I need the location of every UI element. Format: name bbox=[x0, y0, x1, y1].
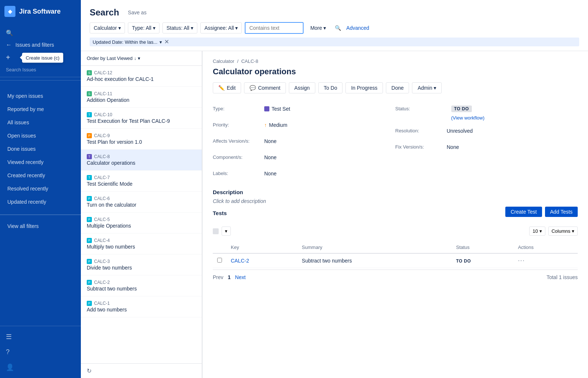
sidebar: ◆ Jira Software 🔍 ← Issues and filters +… bbox=[0, 0, 81, 378]
issues-filters-nav-item[interactable]: ← Issues and filters bbox=[0, 40, 81, 50]
tests-title: Tests bbox=[213, 210, 227, 216]
active-filter-tag: Updated Date: Within the las... ▾ ✕ bbox=[90, 38, 579, 46]
advanced-link[interactable]: Advanced bbox=[346, 25, 369, 31]
issue-key-row: T CALC-7 bbox=[87, 175, 196, 180]
issue-item-calc-6[interactable]: P CALC-6 Turn on the calculator bbox=[81, 192, 202, 213]
sidebar-item-my-open-issues[interactable]: My open issues bbox=[0, 89, 81, 103]
sidebar-item-reported-by-me[interactable]: Reported by me bbox=[0, 103, 81, 116]
components-value: None bbox=[264, 151, 276, 163]
issue-item-calc-2[interactable]: P CALC-2 Subtract two numbers bbox=[81, 275, 202, 296]
sidebar-item-viewed-recently[interactable]: Viewed recently bbox=[0, 156, 81, 169]
issue-item-calc-7[interactable]: T CALC-7 Test Scientific Mode bbox=[81, 171, 202, 192]
key-column-header: Key bbox=[226, 242, 297, 253]
sidebar-item-created-recently[interactable]: Created recently bbox=[0, 169, 81, 182]
help-icon[interactable]: ? bbox=[0, 345, 81, 360]
row-actions-menu-icon[interactable]: ··· bbox=[518, 257, 525, 264]
edit-button[interactable]: ✏️ Edit bbox=[213, 82, 241, 93]
sidebar-item-open-issues[interactable]: Open issues bbox=[0, 129, 81, 142]
in-progress-button[interactable]: In Progress bbox=[345, 82, 383, 93]
todo-button[interactable]: To Do bbox=[318, 82, 343, 93]
status-filter-button[interactable]: Status: All ▾ bbox=[162, 22, 197, 33]
breadcrumb-key[interactable]: CALC-8 bbox=[241, 58, 258, 64]
issue-type-icon-precondition: P bbox=[87, 259, 92, 264]
assignee-filter-chevron: ▾ bbox=[235, 25, 238, 31]
add-tests-button[interactable]: Add Tests bbox=[545, 207, 578, 217]
issue-link[interactable]: CALC-2 bbox=[231, 258, 249, 264]
row-checkbox[interactable] bbox=[213, 253, 226, 268]
remove-filter-button[interactable]: ✕ bbox=[164, 39, 169, 45]
issue-item-calc-3[interactable]: P CALC-3 Divide two numbers bbox=[81, 254, 202, 275]
view-all-filters-link[interactable]: View all filters bbox=[0, 220, 81, 233]
next-page-button[interactable]: Next bbox=[235, 274, 246, 280]
issue-summary: Addition Operation bbox=[87, 97, 196, 103]
description-placeholder[interactable]: Click to add description bbox=[213, 198, 578, 204]
affects-label: Affects Version/s: bbox=[213, 135, 264, 147]
row-status-value: TO DO bbox=[456, 258, 471, 264]
filter-search-icon[interactable]: 🔍 bbox=[333, 23, 343, 33]
project-filter-chevron: ▾ bbox=[118, 25, 121, 31]
columns-label: Columns bbox=[552, 228, 570, 234]
total-issues-label: Total 1 issues bbox=[546, 274, 578, 280]
more-filter-button[interactable]: More ▾ bbox=[306, 23, 330, 33]
issue-type-icon-story: S bbox=[87, 70, 92, 75]
create-issue-nav-item[interactable]: + Create issue (c) bbox=[0, 50, 81, 65]
prev-page-button[interactable]: Prev bbox=[213, 274, 223, 280]
summary-column-header: Summary bbox=[297, 242, 452, 253]
issue-type-icon-precondition: P bbox=[87, 217, 92, 222]
issue-item-calc-5[interactable]: P CALC-5 Multiple Operations bbox=[81, 213, 202, 233]
type-field: Type: Test Set bbox=[213, 101, 395, 117]
row-checkbox-input[interactable] bbox=[217, 258, 222, 263]
fields-left: Type: Test Set Priority: ↑ Medium bbox=[213, 101, 395, 182]
resolution-value: Unresolved bbox=[447, 125, 473, 137]
test-set-icon bbox=[264, 106, 269, 111]
refresh-icon[interactable]: ↻ bbox=[87, 368, 92, 374]
issue-item-calc-9[interactable]: P CALC-9 Test Plan for version 1.0 bbox=[81, 129, 202, 150]
select-all-checkbox[interactable] bbox=[213, 228, 219, 234]
columns-button[interactable]: Columns ▾ bbox=[548, 227, 578, 236]
admin-button[interactable]: Admin ▾ bbox=[412, 82, 442, 93]
hamburger-menu-icon[interactable]: ☰ bbox=[0, 329, 81, 345]
tests-table: Key Summary Status Actions bbox=[213, 242, 578, 268]
assignee-filter-button[interactable]: Assignee: All ▾ bbox=[200, 22, 242, 33]
labels-field: Labels: None bbox=[213, 165, 395, 182]
sidebar-item-all-issues[interactable]: All issues bbox=[0, 116, 81, 129]
view-workflow-link[interactable]: (View workflow) bbox=[451, 115, 578, 121]
issue-item-calc-1[interactable]: P CALC-1 Add two numbers bbox=[81, 296, 202, 317]
sidebar-item-updated-recently[interactable]: Updated recently bbox=[0, 195, 81, 208]
checkbox-column-header bbox=[213, 242, 226, 253]
search-issues-label: Search Issues bbox=[0, 65, 81, 74]
issue-key-row: S CALC-12 bbox=[87, 70, 196, 75]
type-filter-button[interactable]: Type: All ▾ bbox=[128, 22, 159, 33]
sidebar-item-resolved-recently[interactable]: Resolved recently bbox=[0, 182, 81, 195]
issue-key: CALC-3 bbox=[94, 259, 110, 264]
sort-arrow-icon: ↓ bbox=[134, 56, 136, 61]
issue-item-calc-11[interactable]: S CALC-11 Addition Operation bbox=[81, 87, 202, 108]
status-label: Status: bbox=[395, 103, 447, 114]
issue-key-row: P CALC-5 bbox=[87, 217, 196, 222]
project-filter-button[interactable]: Calculator ▾ bbox=[90, 22, 125, 33]
bulk-action-dropdown[interactable]: ▾ bbox=[222, 227, 231, 236]
row-actions[interactable]: ··· bbox=[513, 253, 578, 268]
type-value: Test Set bbox=[264, 103, 290, 115]
issue-item-calc-10[interactable]: T CALC-10 Test Execution for Test Plan C… bbox=[81, 108, 202, 129]
create-test-button[interactable]: Create Test bbox=[505, 207, 542, 217]
done-button[interactable]: Done bbox=[386, 82, 409, 93]
issue-key-row: S CALC-11 bbox=[87, 91, 196, 96]
save-as-button[interactable]: Save as bbox=[125, 8, 150, 17]
search-nav-item[interactable]: 🔍 bbox=[0, 26, 81, 40]
breadcrumb-project[interactable]: Calculator bbox=[213, 58, 234, 64]
issue-type-icon-story: S bbox=[87, 91, 92, 96]
user-icon[interactable]: 👤 bbox=[0, 360, 81, 375]
contains-text-input[interactable] bbox=[245, 22, 304, 34]
issue-item-calc-8[interactable]: T CALC-8 Calculator operations bbox=[81, 150, 202, 171]
comment-button[interactable]: 💬 Comment bbox=[244, 82, 286, 93]
issue-item-calc-4[interactable]: P CALC-4 Multiply two numbers bbox=[81, 233, 202, 254]
test-action-buttons: Create Test Add Tests bbox=[505, 207, 578, 217]
assign-button[interactable]: Assign bbox=[289, 82, 315, 93]
actions-column-header: Actions bbox=[513, 242, 578, 253]
issue-item-calc-12[interactable]: S CALC-12 Ad-hoc execution for CALC-1 bbox=[81, 66, 202, 87]
page-size-select[interactable]: 10 ▾ bbox=[529, 227, 545, 236]
issue-key: CALC-6 bbox=[94, 196, 110, 201]
sidebar-item-done-issues[interactable]: Done issues bbox=[0, 142, 81, 156]
order-by-button[interactable]: Order by Last Viewed ↓ ▾ bbox=[87, 56, 140, 61]
